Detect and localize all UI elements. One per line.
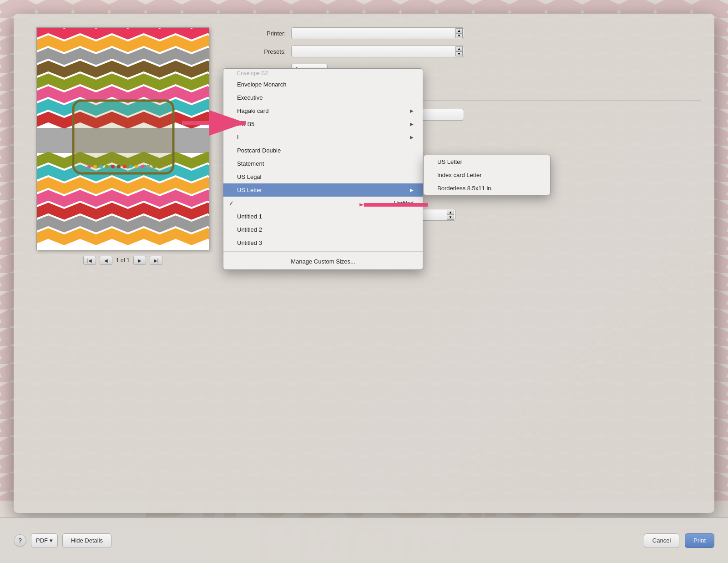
hide-details-button[interactable]: Hide Details bbox=[62, 533, 111, 548]
cancel-button[interactable]: Cancel bbox=[644, 533, 679, 548]
menu-item-envelope-monarch-label: Envelope Monarch bbox=[237, 81, 286, 88]
svg-point-12 bbox=[135, 165, 138, 168]
copies-per-page-down[interactable]: ▼ bbox=[447, 215, 454, 220]
menu-item-hagaki[interactable]: Hagaki card ▶ bbox=[223, 104, 423, 117]
submenu-item-us-letter[interactable]: US Letter bbox=[424, 155, 550, 168]
menu-item-manage-custom-sizes[interactable]: Manage Custom Sizes... bbox=[223, 254, 423, 269]
svg-point-6 bbox=[99, 165, 103, 168]
nav-first-button[interactable]: |◀ bbox=[83, 256, 96, 265]
bottom-bar: ? PDF ▾ Hide Details Cancel Print bbox=[0, 517, 728, 563]
nav-next-button[interactable]: ▶ bbox=[133, 256, 146, 265]
svg-point-10 bbox=[123, 165, 126, 168]
jis-arrow-icon: ▶ bbox=[410, 122, 414, 127]
submenu-borderless-label: Borderless 8.5x11 in. bbox=[437, 185, 493, 192]
paper-size-dropdown: Envelope B2 Envelope Monarch Executive H… bbox=[223, 68, 423, 270]
printer-row: Printer: ▲ ▼ bbox=[232, 27, 701, 39]
menu-item-executive-label: Executive bbox=[237, 94, 263, 101]
presets-row: Presets: ▲ ▼ bbox=[232, 46, 701, 57]
presets-label: Presets: bbox=[232, 48, 291, 55]
svg-point-8 bbox=[111, 165, 115, 168]
menu-item-postcard-double[interactable]: Postcard Double bbox=[223, 144, 423, 157]
nav-prev-button[interactable]: ◀ bbox=[100, 256, 112, 265]
svg-point-7 bbox=[105, 165, 109, 168]
svg-point-4 bbox=[87, 165, 91, 168]
submenu-item-borderless[interactable]: Borderless 8.5x11 in. bbox=[424, 182, 550, 195]
menu-item-untitled-3-label: Untitled 3 bbox=[237, 239, 262, 246]
submenu-item-index-card[interactable]: Index card Letter bbox=[424, 168, 550, 182]
menu-separator bbox=[223, 251, 423, 252]
svg-point-13 bbox=[141, 165, 144, 168]
pdf-label: PDF bbox=[36, 537, 48, 544]
menu-item-untitled-2[interactable]: Untitled 2 bbox=[223, 223, 423, 236]
menu-item-untitled-2-label: Untitled 2 bbox=[237, 226, 262, 233]
copies-per-page-up[interactable]: ▲ bbox=[447, 210, 454, 215]
pink-arrow-2 bbox=[359, 191, 432, 218]
submenu-index-card-label: Index card Letter bbox=[437, 172, 482, 178]
svg-rect-3 bbox=[73, 101, 173, 173]
menu-item-l[interactable]: L ▶ bbox=[223, 131, 423, 144]
menu-item-statement-label: Statement bbox=[237, 160, 264, 167]
printer-label: Printer: bbox=[232, 30, 291, 37]
pdf-button[interactable]: PDF ▾ bbox=[31, 533, 58, 548]
preview-image bbox=[36, 27, 209, 250]
pdf-arrow-icon: ▾ bbox=[50, 537, 53, 544]
presets-stepper-down[interactable]: ▼ bbox=[455, 51, 463, 56]
us-letter-submenu: US Letter Index card Letter Borderless 8… bbox=[423, 155, 551, 195]
bottom-right-controls: Cancel Print bbox=[644, 533, 714, 548]
page-info: 1 of 1 bbox=[116, 257, 130, 264]
l-arrow-icon: ▶ bbox=[410, 135, 414, 140]
menu-item-jis-b5[interactable]: JIS B5 ▶ bbox=[223, 117, 423, 131]
menu-item-untitled-1-label: Untitled 1 bbox=[237, 213, 262, 220]
help-button[interactable]: ? bbox=[14, 534, 26, 547]
svg-point-9 bbox=[117, 165, 121, 168]
svg-point-14 bbox=[147, 165, 150, 168]
bottom-left-controls: ? PDF ▾ Hide Details bbox=[14, 533, 111, 548]
print-dialog: |◀ ◀ 1 of 1 ▶ ▶| Printer: ▲ ▼ Presets: bbox=[14, 14, 714, 513]
submenu-us-letter-label: US Letter bbox=[437, 158, 462, 165]
pink-arrow-1 bbox=[177, 109, 250, 137]
svg-point-11 bbox=[129, 165, 132, 168]
menu-item-us-letter-label: US Letter bbox=[237, 187, 262, 193]
preview-svg bbox=[37, 28, 209, 250]
print-button[interactable]: Print bbox=[685, 533, 714, 548]
svg-point-5 bbox=[93, 165, 97, 168]
nav-last-button[interactable]: ▶| bbox=[150, 256, 162, 265]
svg-point-15 bbox=[152, 165, 156, 168]
menu-item-executive[interactable]: Executive bbox=[223, 91, 423, 104]
menu-item-envelope-monarch[interactable]: Envelope Monarch bbox=[223, 78, 423, 91]
hagaki-arrow-icon: ▶ bbox=[410, 108, 414, 113]
menu-item-statement[interactable]: Statement bbox=[223, 157, 423, 170]
preview-controls: |◀ ◀ 1 of 1 ▶ ▶| bbox=[83, 256, 162, 265]
menu-item-envelope-b2[interactable]: Envelope B2 bbox=[223, 69, 423, 78]
preview-panel: |◀ ◀ 1 of 1 ▶ ▶| bbox=[27, 27, 218, 499]
printer-stepper-down[interactable]: ▼ bbox=[455, 33, 463, 38]
printer-control[interactable]: ▲ ▼ bbox=[291, 27, 464, 39]
printer-stepper-up[interactable]: ▲ bbox=[455, 28, 463, 33]
menu-item-untitled-3[interactable]: Untitled 3 bbox=[223, 236, 423, 249]
menu-item-us-legal-label: US Legal bbox=[237, 173, 261, 180]
presets-control[interactable]: ▲ ▼ bbox=[291, 46, 464, 57]
menu-item-us-legal[interactable]: US Legal bbox=[223, 170, 423, 183]
presets-stepper-up[interactable]: ▲ bbox=[455, 46, 463, 51]
menu-item-postcard-double-label: Postcard Double bbox=[237, 147, 281, 154]
